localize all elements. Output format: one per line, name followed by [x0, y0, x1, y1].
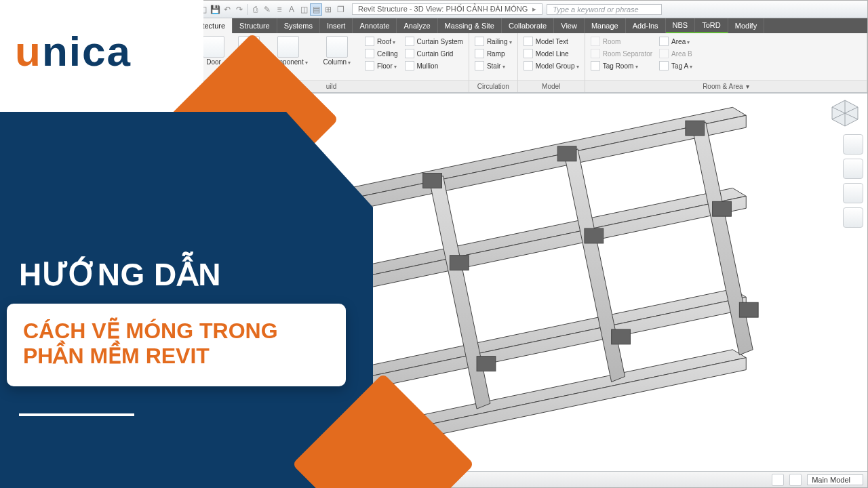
- svg-rect-19: [713, 201, 732, 216]
- zoom-icon[interactable]: [843, 183, 863, 203]
- align-icon[interactable]: ≡: [273, 3, 285, 16]
- thin-lines-icon[interactable]: ▤: [310, 3, 322, 16]
- worksets-icon[interactable]: [772, 474, 784, 486]
- chevron-right-icon[interactable]: ▸: [532, 5, 536, 13]
- panel-label-circulation: Circulation: [469, 80, 517, 92]
- svg-rect-15: [686, 121, 705, 136]
- tab-collaborate[interactable]: Collaborate: [502, 18, 554, 33]
- tab-insert[interactable]: Insert: [320, 18, 353, 33]
- mullion-button[interactable]: Mullion: [403, 60, 465, 71]
- svg-rect-23: [739, 302, 758, 317]
- panel-label-room-area[interactable]: Room & Area▾: [585, 80, 867, 92]
- orbit-icon[interactable]: [843, 207, 863, 228]
- svg-rect-17: [450, 256, 469, 270]
- tab-addins[interactable]: Add-Ins: [626, 18, 666, 33]
- roof-icon: [365, 37, 374, 46]
- ramp-icon: [475, 49, 484, 58]
- navigation-bar: [843, 134, 865, 228]
- decor-shape: [0, 112, 373, 488]
- door-icon: [203, 36, 224, 58]
- text-icon[interactable]: A: [285, 3, 298, 16]
- window-title: Revit Structure - 3D View: PHỐI CẢNH ĐÀI…: [352, 3, 542, 15]
- tab-nbs[interactable]: NBS: [666, 18, 696, 33]
- model-text-icon: [524, 37, 533, 46]
- svg-rect-13: [423, 174, 442, 188]
- area-button[interactable]: Area: [658, 36, 694, 47]
- measure-icon[interactable]: ✎: [261, 3, 273, 16]
- tag-room-button[interactable]: Tag Room: [589, 60, 654, 71]
- tab-manage[interactable]: Manage: [585, 18, 626, 33]
- redo-icon[interactable]: ↷: [233, 3, 245, 16]
- component-icon: [277, 36, 299, 58]
- area-icon: [659, 37, 669, 46]
- undo-icon[interactable]: ↶: [221, 3, 233, 16]
- curtain-system-icon: [405, 37, 414, 46]
- print-icon[interactable]: ⎙: [249, 3, 261, 16]
- headline-text: HƯỚNG DẪN: [19, 256, 221, 293]
- ceiling-button[interactable]: Ceiling: [363, 48, 399, 59]
- model-line-button[interactable]: Model Line: [522, 48, 580, 59]
- tab-modify[interactable]: Modify: [728, 18, 764, 33]
- tag-area-icon: [659, 61, 669, 70]
- area-boundary-button[interactable]: Area B: [658, 48, 694, 59]
- column-icon: [326, 36, 348, 58]
- chevron-down-icon: ▾: [746, 83, 749, 90]
- floor-button[interactable]: Floor: [363, 60, 399, 71]
- panel-model: Model Text Model Line Model Group Model: [518, 33, 585, 92]
- tab-tord[interactable]: ToRD: [695, 18, 728, 33]
- room-separator-button[interactable]: Room Separator: [589, 48, 654, 59]
- tab-view[interactable]: View: [554, 18, 585, 33]
- area-boundary-icon: [659, 49, 669, 58]
- roof-button[interactable]: Roof: [363, 36, 399, 47]
- quick-access-toolbar: ◧ 💾 ↶ ↷ ⎙ ✎ ≡ A ◫ ▤ ⊞ ❐ Revit Structure …: [194, 1, 867, 18]
- model-group-icon: [524, 61, 533, 70]
- svg-rect-14: [557, 146, 576, 161]
- stair-icon: [475, 61, 484, 70]
- model-line-icon: [524, 49, 533, 58]
- floor-icon: [365, 61, 374, 70]
- room-icon: [591, 37, 600, 46]
- decor-underline: [19, 412, 134, 416]
- room-button[interactable]: Room: [589, 36, 654, 47]
- curtain-grid-icon: [405, 49, 414, 58]
- section-icon[interactable]: ◫: [298, 3, 310, 16]
- tab-analyze[interactable]: Analyze: [397, 18, 437, 33]
- steering-wheel-icon[interactable]: [843, 134, 863, 155]
- stair-button[interactable]: Stair: [473, 60, 513, 71]
- design-options-select[interactable]: Main Model: [807, 474, 863, 485]
- pan-icon[interactable]: [843, 159, 863, 179]
- mullion-icon: [405, 61, 414, 70]
- unica-logo: unica: [15, 27, 132, 75]
- save-icon[interactable]: 💾: [209, 3, 221, 16]
- card-text: CÁCH VẼ MÓNG TRONG PHẦN MỀM REVIT: [23, 319, 330, 369]
- editable-only-icon[interactable]: [789, 474, 802, 486]
- svg-marker-10: [564, 149, 625, 382]
- search-input[interactable]: Type a keyword or phrase: [547, 4, 662, 15]
- railing-button[interactable]: Railing: [473, 36, 513, 47]
- panel-room-area: Room Room Separator Tag Room Area Area B…: [585, 33, 867, 92]
- model-text-button[interactable]: Model Text: [522, 36, 580, 47]
- tab-systems[interactable]: Systems: [277, 18, 320, 33]
- railing-icon: [475, 37, 484, 46]
- separator: [247, 4, 248, 15]
- model-group-button[interactable]: Model Group: [522, 60, 580, 71]
- curtain-system-button[interactable]: Curtain System: [403, 36, 465, 47]
- svg-rect-22: [612, 329, 631, 344]
- svg-rect-18: [585, 228, 604, 243]
- curtain-grid-button[interactable]: Curtain Grid: [403, 48, 465, 59]
- tag-area-button[interactable]: Tag A: [658, 60, 694, 71]
- column-button[interactable]: Column: [321, 36, 353, 66]
- panel-circulation: Railing Ramp Stair Circulation: [469, 33, 518, 92]
- ribbon-tabs: itecture Structure Systems Insert Annota…: [194, 18, 867, 33]
- ramp-button[interactable]: Ramp: [473, 48, 513, 59]
- close-views-icon[interactable]: ⊞: [322, 3, 334, 16]
- title-text: Revit Structure - 3D View: PHỐI CẢNH ĐÀI…: [358, 5, 528, 13]
- room-separator-icon: [591, 49, 600, 58]
- tab-annotate[interactable]: Annotate: [353, 18, 397, 33]
- tab-structure[interactable]: Structure: [233, 18, 277, 33]
- tab-massing[interactable]: Massing & Site: [438, 18, 502, 33]
- switch-window-icon[interactable]: ❐: [334, 3, 347, 16]
- view-cube[interactable]: [829, 98, 861, 129]
- tag-room-icon: [591, 61, 600, 70]
- ceiling-icon: [365, 49, 374, 58]
